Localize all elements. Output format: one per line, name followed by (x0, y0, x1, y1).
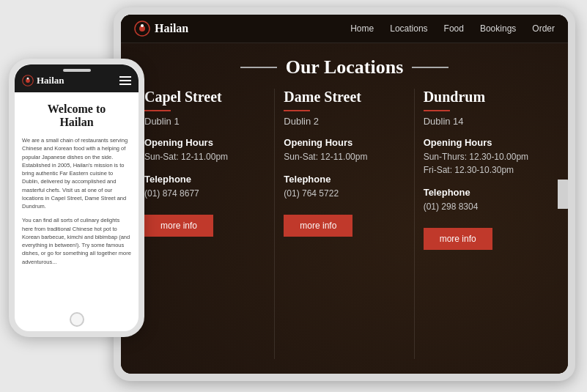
nav-order[interactable]: Order (532, 23, 555, 34)
loc-dame-hours-label: Opening Hours (284, 137, 405, 148)
nav-bookings[interactable]: Bookings (480, 23, 516, 34)
brand-name: Hailan (155, 22, 188, 35)
loc-capel-underline (144, 110, 171, 111)
loc-capel-name: Capel Street (144, 89, 265, 106)
location-dame: Dame Street Dublin 2 Opening Hours Sun-S… (275, 89, 414, 359)
phone-welcome-title: Welcome toHailan (22, 103, 131, 129)
locations-grid: Capel Street Dublin 1 Opening Hours Sun-… (121, 89, 568, 374)
loc-capel-more-info-button[interactable]: more info (144, 215, 213, 237)
phone-logo: Hailan (22, 75, 64, 86)
nav-food[interactable]: Food (444, 23, 464, 34)
tablet-device: Hailan Home Locations Food Bookings Orde… (114, 7, 575, 381)
loc-dame-tel-label: Telephone (284, 174, 405, 185)
loc-capel-hours-val: Sun-Sat: 12-11.00pm (144, 150, 265, 163)
loc-capel-hours-label: Opening Hours (144, 137, 265, 148)
phone-body-paragraph-2: You can find all sorts of culinary delig… (22, 216, 131, 266)
location-capel: Capel Street Dublin 1 Opening Hours Sun-… (136, 89, 275, 359)
scene: Hailan Home Locations Food Bookings Orde… (0, 0, 587, 392)
phone-body-paragraph-1: We are a small chain of restaurants serv… (22, 136, 131, 210)
loc-dundrum-name: Dundrum (424, 89, 544, 106)
loc-dundrum-tel-label: Telephone (424, 187, 544, 198)
phone-device: Hailan Welcome toHailan We are a small c… (9, 59, 144, 337)
heading-line-left (240, 67, 277, 68)
loc-dame-more-info-button[interactable]: more info (284, 215, 352, 237)
tablet-nav-links: Home Locations Food Bookings Order (350, 23, 555, 34)
hamburger-line-3 (119, 84, 131, 85)
loc-dame-underline (284, 110, 310, 111)
loc-dundrum-hours-label: Opening Hours (424, 137, 544, 148)
page-heading: Our Locations (121, 43, 568, 89)
loc-dame-tel-val: (01) 764 5722 (284, 187, 405, 200)
nav-locations[interactable]: Locations (390, 23, 427, 34)
phone-speaker (63, 69, 91, 72)
loc-dundrum-underline (424, 110, 450, 111)
brand-logo-icon (134, 21, 150, 37)
loc-capel-tel-label: Telephone (144, 174, 265, 185)
loc-dundrum-hours-val: Sun-Thurs: 12.30-10.00pmFri-Sat: 12.30-1… (424, 150, 544, 177)
loc-dame-hours-val: Sun-Sat: 12-11.00pm (284, 150, 405, 163)
tablet-content: Hailan Home Locations Food Bookings Orde… (121, 15, 568, 374)
nav-home[interactable]: Home (350, 23, 374, 34)
loc-dame-city: Dublin 2 (284, 116, 405, 127)
hamburger-line-1 (119, 76, 131, 78)
tablet-navbar: Hailan Home Locations Food Bookings Orde… (121, 15, 568, 43)
hamburger-menu-button[interactable] (119, 76, 131, 85)
phone-screen: Hailan Welcome toHailan We are a small c… (15, 64, 139, 331)
loc-dundrum-tel-val: (01) 298 8304 (424, 200, 544, 213)
loc-dame-name: Dame Street (284, 89, 405, 106)
loc-capel-city: Dublin 1 (144, 116, 265, 127)
svg-point-5 (27, 78, 29, 80)
tablet-logo: Hailan (134, 21, 188, 37)
location-dundrum: Dundrum Dublin 14 Opening Hours Sun-Thur… (415, 89, 553, 359)
tablet-screen: Hailan Home Locations Food Bookings Orde… (121, 15, 568, 374)
svg-point-2 (141, 24, 144, 27)
loc-dundrum-city: Dublin 14 (424, 116, 544, 127)
page-title: Our Locations (286, 56, 404, 78)
phone-brand-logo-icon (22, 75, 34, 86)
phone-brand-name: Hailan (37, 75, 64, 86)
loc-capel-tel-val: (01) 874 8677 (144, 187, 265, 200)
phone-home-button[interactable] (70, 312, 84, 327)
phone-content: Welcome toHailan We are a small chain of… (15, 92, 139, 331)
loc-dundrum-more-info-button[interactable]: more info (424, 228, 492, 250)
heading-line-right (412, 67, 448, 68)
hamburger-line-2 (119, 80, 131, 81)
